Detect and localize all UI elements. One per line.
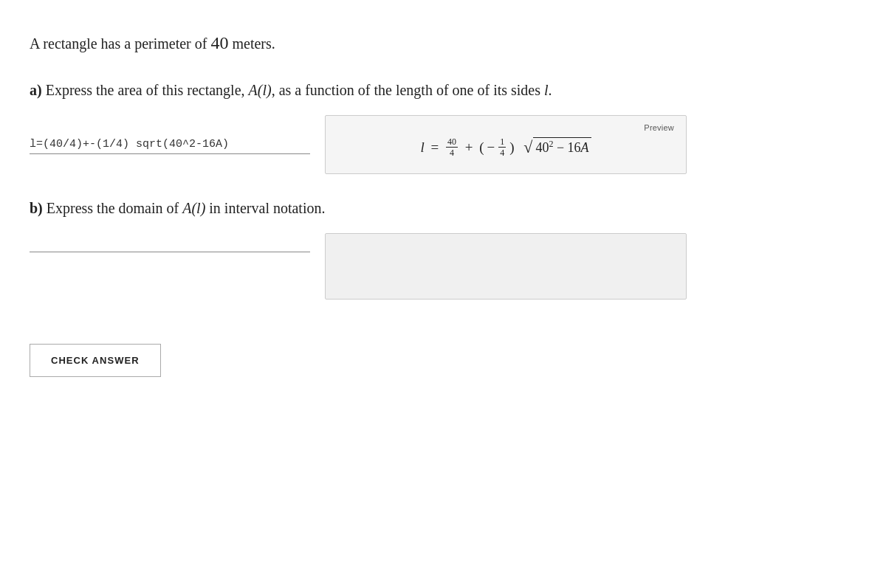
part-a-desc-end: . bbox=[549, 82, 552, 98]
check-answer-button[interactable]: CHECK ANSWER bbox=[30, 344, 161, 377]
intro-text-before: A rectangle has a perimeter of bbox=[30, 35, 210, 52]
plus: + bbox=[461, 139, 476, 156]
problem-intro: A rectangle has a perimeter of 40 meters… bbox=[30, 30, 856, 56]
sqrt-symbol: √ bbox=[523, 139, 532, 156]
part-b-input[interactable] bbox=[30, 233, 310, 252]
sqrt-container: √ 402 − 16A bbox=[523, 137, 591, 157]
part-a-description: a) Express the area of this rectangle, A… bbox=[30, 78, 856, 102]
open-paren: ( bbox=[479, 139, 484, 156]
part-b-preview-box bbox=[325, 233, 687, 300]
part-b-desc-after: in interval notation. bbox=[205, 200, 325, 216]
space bbox=[518, 139, 521, 156]
part-a-input[interactable] bbox=[30, 135, 310, 154]
part-b-label: b) bbox=[30, 200, 43, 216]
intro-text-after: meters. bbox=[228, 35, 275, 52]
preview-math: l = 40 4 + ( − 1 4 ) bbox=[337, 136, 674, 159]
part-a-desc-before: Express the area of this rectangle, bbox=[46, 82, 249, 98]
part-a-label: a) bbox=[30, 82, 42, 98]
part-b-func-notation: A(l) bbox=[182, 200, 205, 216]
part-b-row bbox=[30, 233, 856, 300]
preview-label: Preview bbox=[337, 123, 674, 132]
part-b-input-area bbox=[30, 233, 310, 252]
part-b-description: b) Express the domain of A(l) in interva… bbox=[30, 196, 856, 220]
part-b-section: b) Express the domain of A(l) in interva… bbox=[30, 196, 856, 300]
part-a-row: Preview l = 40 4 + ( − 1 4 bbox=[30, 115, 856, 174]
part-a-func-notation: A(l) bbox=[249, 82, 272, 98]
part-a-input-area bbox=[30, 135, 310, 154]
page-container: A rectangle has a perimeter of 40 meters… bbox=[0, 0, 886, 407]
var-l: l bbox=[420, 139, 424, 156]
part-a-desc-after: , as a function of the length of one of … bbox=[272, 82, 544, 98]
frac-1-4: 1 4 bbox=[498, 136, 506, 159]
frac-40-4: 40 4 bbox=[446, 136, 458, 159]
sqrt-content: 402 − 16A bbox=[533, 137, 591, 157]
part-a-preview-box: Preview l = 40 4 + ( − 1 4 bbox=[325, 115, 687, 174]
intro-number: 40 bbox=[210, 33, 228, 52]
close-paren: ) bbox=[509, 139, 514, 156]
equals: = bbox=[427, 139, 442, 156]
math-expression: l = 40 4 + ( − 1 4 ) bbox=[420, 136, 591, 159]
minus: − bbox=[487, 139, 495, 156]
part-b-desc-before: Express the domain of bbox=[47, 200, 182, 216]
